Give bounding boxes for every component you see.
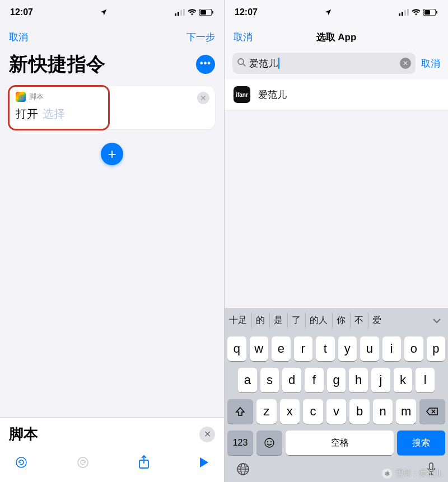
svg-rect-2	[180, 10, 182, 16]
key-f[interactable]: f	[305, 368, 324, 392]
panel-close-button[interactable]: ✕	[199, 427, 215, 442]
cellular-icon	[175, 9, 185, 16]
key-k[interactable]: k	[394, 368, 413, 392]
key-a[interactable]: a	[238, 368, 257, 392]
status-bar: 12:07	[225, 0, 448, 25]
key-s[interactable]: s	[260, 368, 279, 392]
emoji-key[interactable]	[256, 430, 282, 455]
undo-button[interactable]	[15, 456, 28, 471]
cancel-button[interactable]: 取消	[234, 31, 253, 44]
key-j[interactable]: j	[371, 368, 390, 392]
more-options-button[interactable]: •••	[196, 55, 215, 74]
key-row-4: 123 空格 搜索	[225, 427, 448, 458]
key-p[interactable]: p	[427, 336, 446, 361]
toggle-suggestion-button[interactable]	[426, 309, 448, 333]
key-v[interactable]: v	[326, 399, 347, 424]
key-y[interactable]: y	[338, 336, 357, 361]
redo-button[interactable]	[76, 456, 90, 471]
svg-rect-5	[200, 10, 206, 15]
suggestion[interactable]: 你	[332, 308, 350, 333]
status-right	[399, 9, 438, 16]
key-o[interactable]: o	[404, 336, 423, 361]
suggestion[interactable]: 十足	[225, 308, 251, 333]
app-results-list: ifanr 爱范儿	[225, 79, 448, 110]
key-g[interactable]: g	[327, 368, 346, 392]
key-t[interactable]: t	[316, 336, 335, 361]
key-n[interactable]: n	[373, 399, 393, 424]
key-z[interactable]: z	[256, 399, 277, 424]
svg-point-8	[78, 457, 88, 467]
backspace-key[interactable]	[419, 399, 445, 424]
plus-icon: +	[108, 146, 116, 163]
search-input[interactable]: 爱范儿 ✕	[232, 53, 416, 74]
ellipsis-icon: •••	[200, 59, 211, 68]
nav-bar: 取消 选取 App	[225, 25, 448, 49]
search-row: 爱范儿 ✕ 取消	[225, 49, 448, 79]
key-x[interactable]: x	[280, 399, 300, 424]
svg-rect-10	[399, 13, 400, 16]
key-u[interactable]: u	[360, 336, 379, 361]
app-result-item[interactable]: ifanr 爱范儿	[225, 79, 448, 110]
suggestion[interactable]: 爱	[368, 308, 386, 333]
search-icon	[237, 58, 246, 69]
key-q[interactable]: q	[227, 336, 246, 361]
battery-icon	[423, 9, 438, 16]
key-w[interactable]: w	[250, 336, 269, 361]
watermark: ❄ 雪球：爱范儿	[382, 469, 442, 479]
clear-search-button[interactable]: ✕	[400, 58, 411, 69]
cellular-icon	[399, 9, 409, 16]
text-cursor	[278, 58, 279, 69]
svg-rect-3	[183, 9, 185, 16]
editor-toolbar	[0, 450, 224, 482]
search-query: 爱范儿	[249, 57, 396, 70]
key-c[interactable]: c	[303, 399, 323, 424]
search-cancel-button[interactable]: 取消	[421, 57, 440, 70]
remove-action-button[interactable]: ✕	[197, 92, 209, 104]
key-m[interactable]: m	[396, 399, 416, 424]
app-picker-pane: 12:07 取消 选取 App 爱范儿 ✕ 取消 ifanr 爱范儿	[224, 0, 448, 482]
suggestion-bar: 十足 的 是 了 的人 你 不 爱	[225, 308, 448, 333]
watermark-text: 雪球：爱范儿	[395, 469, 442, 479]
key-b[interactable]: b	[349, 399, 370, 424]
key-h[interactable]: h	[349, 368, 368, 392]
battery-icon	[199, 9, 214, 16]
svg-point-20	[267, 441, 268, 442]
close-icon: ✕	[204, 429, 211, 439]
suggestion[interactable]: 了	[287, 308, 305, 333]
next-button[interactable]: 下一步	[186, 31, 215, 44]
svg-rect-6	[212, 11, 213, 13]
action-verb: 打开	[16, 106, 38, 121]
search-key[interactable]: 搜索	[397, 430, 445, 455]
run-button[interactable]	[198, 456, 209, 471]
shortcut-editor-pane: 12:07 取消 下一步 新快捷指令 ••• ▦ 脚本 ✕ 打开 选择 + 脚本	[0, 0, 224, 482]
svg-rect-13	[407, 9, 409, 16]
globe-key[interactable]	[236, 462, 250, 479]
panel-title: 脚本	[9, 424, 38, 444]
numeric-key[interactable]: 123	[227, 430, 253, 455]
shift-key[interactable]	[227, 399, 253, 424]
key-l[interactable]: l	[416, 368, 435, 392]
status-time: 12:07	[235, 7, 258, 17]
suggestion[interactable]: 不	[350, 308, 368, 333]
key-e[interactable]: e	[272, 336, 291, 361]
status-bar: 12:07	[0, 0, 224, 25]
key-row-3: z x c v b n m	[225, 396, 448, 427]
add-action-button[interactable]: +	[101, 143, 123, 165]
action-param-placeholder[interactable]: 选择	[43, 106, 65, 121]
key-i[interactable]: i	[382, 336, 402, 361]
share-button[interactable]	[138, 455, 150, 472]
title-row: 新快捷指令 •••	[0, 49, 224, 83]
key-d[interactable]: d	[282, 368, 301, 392]
wifi-icon	[412, 9, 421, 16]
svg-point-21	[270, 441, 272, 442]
cancel-button[interactable]: 取消	[9, 31, 28, 44]
key-r[interactable]: r	[294, 336, 313, 361]
space-key[interactable]: 空格	[286, 430, 394, 455]
suggestion[interactable]: 是	[269, 308, 287, 333]
svg-rect-1	[178, 12, 179, 16]
suggestion[interactable]: 的人	[305, 308, 332, 333]
keyboard: 十足 的 是 了 的人 你 不 爱 q w e r t y u i o p a …	[225, 308, 448, 482]
suggestion[interactable]: 的	[251, 308, 269, 333]
action-card[interactable]: ▦ 脚本 ✕ 打开 选择	[9, 86, 215, 129]
wifi-icon	[188, 9, 197, 16]
